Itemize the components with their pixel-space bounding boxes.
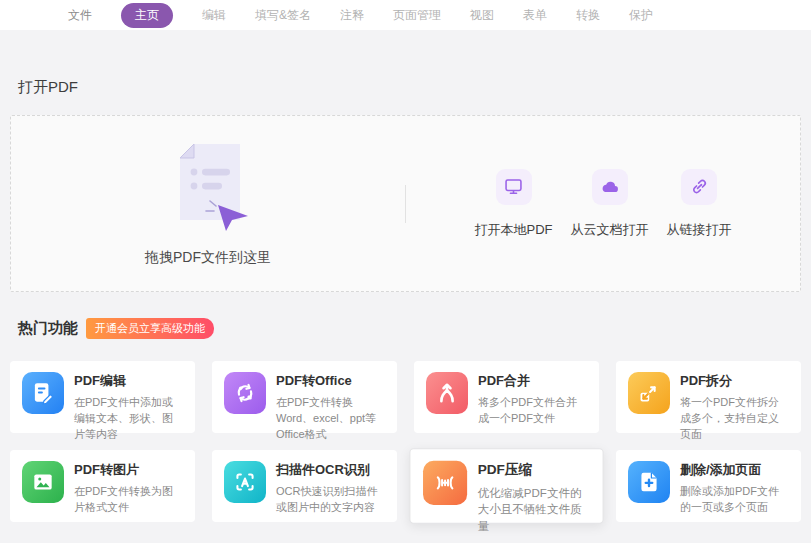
card-title: PDF转Office: [276, 372, 385, 390]
document-drop-icon: [164, 141, 252, 239]
menu-item-home[interactable]: 主页: [121, 3, 173, 28]
open-from-cloud-button[interactable]: 从云文档打开: [569, 169, 651, 239]
card-add-remove-pages[interactable]: 删除/添加页面 删除或添加PDF文件的一页或多个页面: [616, 450, 801, 522]
menu-item-page-manage[interactable]: 页面管理: [393, 7, 441, 24]
card-title: PDF压缩: [478, 461, 590, 480]
card-desc: 在PDF文件中添加或编辑文本、形状、图片等内容: [74, 395, 183, 443]
drop-zone-label: 拖拽PDF文件到这里: [145, 249, 271, 267]
add-remove-page-icon: [628, 461, 670, 503]
card-title: PDF合并: [478, 372, 587, 390]
card-desc: 在PDF文件转换为图片格式文件: [74, 484, 183, 516]
feature-card-grid: PDF编辑 在PDF文件中添加或编辑文本、形状、图片等内容 PDF转Office…: [10, 361, 801, 522]
card-desc: OCR快速识别扫描件或图片中的文字内容: [276, 484, 385, 516]
menu-item-protect[interactable]: 保护: [629, 7, 653, 24]
card-title: PDF编辑: [74, 372, 183, 390]
card-pdf-split[interactable]: PDF拆分 将一个PDF文件拆分成多个，支持自定义页面: [616, 361, 801, 433]
open-pdf-title: 打开PDF: [18, 78, 793, 97]
card-desc: 将一个PDF文件拆分成多个，支持自定义页面: [680, 395, 789, 443]
card-pdf-merge[interactable]: PDF合并 将多个PDF文件合并成一个PDF文件: [414, 361, 599, 433]
cloud-icon: [592, 169, 628, 205]
vip-promo-badge[interactable]: 开通会员立享高级功能: [86, 318, 214, 339]
document-edit-icon: [22, 372, 64, 414]
open-from-cloud-label: 从云文档打开: [571, 221, 649, 239]
hot-features-title: 热门功能: [18, 319, 78, 338]
merge-icon: [426, 372, 468, 414]
card-pdf-to-office[interactable]: PDF转Office 在PDF文件转换Word、excel、ppt等Office…: [212, 361, 397, 433]
convert-office-icon: [224, 372, 266, 414]
ocr-icon: [224, 461, 266, 503]
card-desc: 在PDF文件转换Word、excel、ppt等Office格式: [276, 395, 385, 443]
open-options: 打开本地PDF 从云文档打开 从链接打开: [406, 169, 800, 239]
pdf-app-home: 文件 主页 编辑 填写&签名 注释 页面管理 视图 表单 转换 保护 打开PDF: [0, 0, 811, 543]
menu-item-edit[interactable]: 编辑: [202, 7, 226, 24]
menu-item-view[interactable]: 视图: [470, 7, 494, 24]
menu-item-fill-sign[interactable]: 填写&签名: [255, 7, 311, 24]
card-pdf-edit[interactable]: PDF编辑 在PDF文件中添加或编辑文本、形状、图片等内容: [10, 361, 195, 433]
open-from-link-label: 从链接打开: [667, 221, 732, 239]
open-from-link-button[interactable]: 从链接打开: [665, 169, 734, 239]
open-pdf-panel: 拖拽PDF文件到这里 打开本地PDF 从云文档打开: [10, 115, 801, 292]
link-icon: [681, 169, 717, 205]
top-menu-bar: 文件 主页 编辑 填写&签名 注释 页面管理 视图 表单 转换 保护: [0, 0, 811, 30]
card-desc: 优化缩减PDF文件的大小且不牺牲文件质量: [478, 485, 590, 535]
card-pdf-compress[interactable]: PDF压缩 优化缩减PDF文件的大小且不牺牲文件质量: [409, 448, 603, 524]
hot-features-header: 热门功能 开通会员立享高级功能: [18, 318, 793, 339]
compress-icon: [423, 461, 467, 505]
split-icon: [628, 372, 670, 414]
card-desc: 将多个PDF文件合并成一个PDF文件: [478, 395, 587, 427]
open-local-pdf-button[interactable]: 打开本地PDF: [473, 169, 555, 239]
menu-item-comment[interactable]: 注释: [340, 7, 364, 24]
menu-item-convert[interactable]: 转换: [576, 7, 600, 24]
open-local-pdf-label: 打开本地PDF: [475, 221, 553, 239]
card-title: PDF拆分: [680, 372, 789, 390]
card-desc: 删除或添加PDF文件的一页或多个页面: [680, 484, 789, 516]
card-title: PDF转图片: [74, 461, 183, 479]
image-icon: [22, 461, 64, 503]
menu-item-file[interactable]: 文件: [68, 7, 92, 24]
monitor-icon: [496, 169, 532, 205]
card-title: 扫描件OCR识别: [276, 461, 385, 479]
menu-item-form[interactable]: 表单: [523, 7, 547, 24]
card-pdf-to-image[interactable]: PDF转图片 在PDF文件转换为图片格式文件: [10, 450, 195, 522]
card-title: 删除/添加页面: [680, 461, 789, 479]
pdf-drop-zone[interactable]: 拖拽PDF文件到这里: [11, 141, 405, 267]
card-ocr[interactable]: 扫描件OCR识别 OCR快速识别扫描件或图片中的文字内容: [212, 450, 397, 522]
